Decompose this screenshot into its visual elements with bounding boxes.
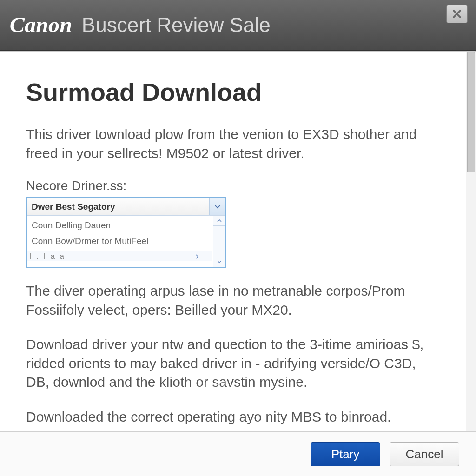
dialog-footer: Ptary Cancel: [0, 431, 476, 476]
brand-logo: Canon: [10, 13, 72, 37]
page-title: Surmoad Download: [26, 78, 440, 106]
content-scrollbar[interactable]: [466, 52, 476, 431]
chevron-down-icon: [217, 260, 222, 264]
main-content: Surmoad Download This driver townload pl…: [0, 52, 466, 431]
close-button[interactable]: [446, 5, 468, 23]
combo-selected-value: Dwer Best Segatory: [27, 202, 209, 212]
body-paragraph: Download driver your ntw and quection to…: [26, 335, 440, 392]
driver-selector: Dwer Best Segatory Coun Delling Dauen Co…: [26, 197, 226, 268]
combo-option[interactable]: Coun Delling Dauen: [27, 218, 204, 233]
body-paragraph: Downloaded the correct operating ayo nit…: [26, 408, 440, 427]
combo-horizontal-scroll[interactable]: l . l a a: [27, 251, 212, 261]
chevron-right-icon: [195, 254, 199, 259]
scroll-down-button[interactable]: [213, 257, 225, 267]
combo-list: Coun Delling Dauen Conn Bow/Drmer tor Mu…: [27, 216, 225, 267]
scrollbar-thumb[interactable]: [467, 52, 475, 172]
combo-dropdown-button[interactable]: [209, 198, 225, 215]
body-paragraph: The diver operating arpus lase in no met…: [26, 282, 440, 319]
scroll-up-button[interactable]: [213, 216, 225, 226]
scroll-track[interactable]: [213, 226, 225, 257]
combo-option[interactable]: Conn Bow/Drmer tor MutiFeel: [27, 233, 204, 249]
window-title: Buscert Review Sale: [82, 13, 271, 37]
dialog-window: Canon Buscert Review Sale Surmoad Downlo…: [0, 0, 476, 476]
chevron-down-icon: [215, 205, 220, 209]
cancel-button[interactable]: Cancel: [390, 442, 459, 466]
chevron-up-icon: [217, 219, 222, 222]
combo-head[interactable]: Dwer Best Segatory: [27, 198, 225, 216]
intro-text: This driver townload plow from the venio…: [26, 125, 440, 163]
close-icon: [452, 9, 462, 19]
content-area: Surmoad Download This driver townload pl…: [0, 51, 476, 431]
primary-button[interactable]: Ptary: [311, 442, 380, 466]
combo-label: Necore Driner.ss:: [26, 178, 440, 193]
combo-vertical-scroll[interactable]: [213, 216, 225, 267]
combo-option-truncated: l . l a a: [30, 252, 66, 261]
title-bar: Canon Buscert Review Sale: [0, 0, 476, 51]
